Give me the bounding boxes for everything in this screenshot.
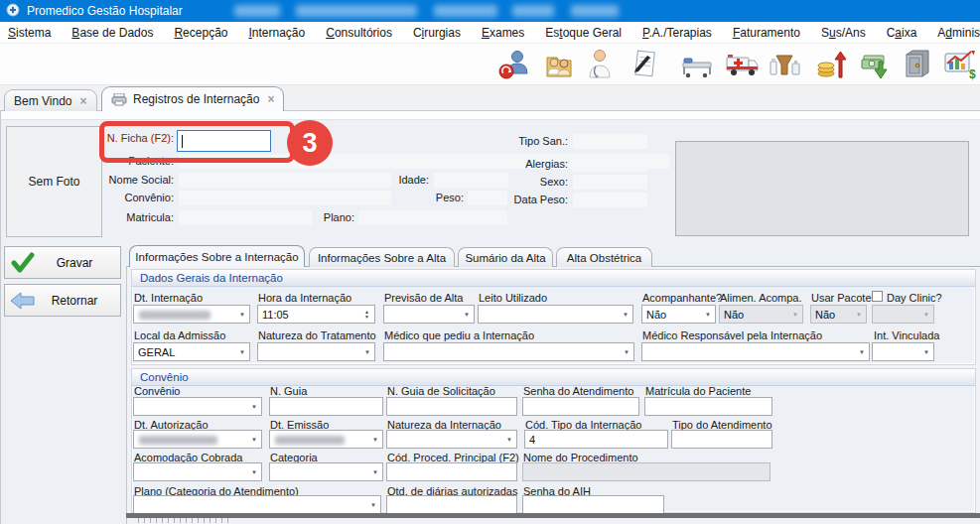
chevron-down-icon: ▼ [251,469,257,475]
menu-item-cirurgias[interactable]: Cirurgias [413,24,461,42]
dt-emissao-combobox[interactable]: ▼ [269,430,383,449]
menu-item-interna-o[interactable]: Internação [248,24,305,42]
plano-label: Plano: [278,211,354,223]
natureza-tratamento-combobox[interactable]: ▼ [257,342,375,361]
medico-pediu-combobox[interactable]: ▼ [383,342,634,361]
data-peso-label: Data Peso: [491,194,568,205]
group-convenio-title: Convênio [132,369,975,386]
chevron-down-icon: ▼ [239,349,245,355]
leito-label: Leito Utilizado [479,292,547,304]
convenio-combobox[interactable]: ▼ [133,397,262,416]
redacted-value [139,436,217,445]
menu-item-recep-o[interactable]: Recepção [174,24,227,42]
acomodacao-combobox[interactable]: ▼ [133,462,262,481]
categoria-combobox[interactable]: ▼ [269,462,383,481]
app-window: Promedico Gestão Hospitalar SistemaBase … [0,0,980,524]
close-icon[interactable]: × [267,93,274,105]
previsao-alta-combobox[interactable]: ▼ [383,305,475,324]
senha-aih-input[interactable] [522,495,664,514]
menu-item-caixa[interactable]: Caixa [887,24,917,42]
medico-responsavel-combobox[interactable]: ▼ [641,342,870,361]
hospital-bed-icon[interactable] [676,46,718,83]
matricula-paciente-input[interactable] [644,397,772,416]
stock-supplies-icon[interactable] [764,46,805,83]
int-vinculada-combobox[interactable]: ▼ [872,342,934,361]
nome-procedimento-input [522,462,770,481]
tab-alta-obst-trica[interactable]: Alta Obstétrica [556,247,652,267]
chevron-down-icon: ▼ [923,312,929,318]
user-sync-icon[interactable] [493,46,535,83]
cod-tipo-internacao-input[interactable]: 4 [524,430,668,449]
menu-item-administra-o[interactable]: Administração [937,24,980,42]
redacted-value [275,436,345,445]
step-badge: 3 [287,120,333,166]
save-button[interactable]: Gravar [4,246,121,279]
n-guia-solicitacao-input[interactable] [386,397,517,416]
tab-sum-rio-da-alta[interactable]: Sumário da Alta [458,247,553,267]
tab-informa-es-sobre-a-alta[interactable]: Informações Sobre a Alta [309,247,455,267]
market-analysis-icon[interactable]: $ [938,46,980,83]
observations-box [675,141,969,236]
page-top-strip [1,111,980,120]
document-sign-icon[interactable] [625,46,666,83]
menu-item-sistema[interactable]: Sistema [8,24,51,42]
dt-internacao-label: Dt. Internação [134,292,203,304]
menu-item-base-de-dados[interactable]: Base de Dados [71,24,153,42]
window-title: Promedico Gestão Hospitalar [27,4,183,18]
senha-atendimento-input[interactable] [522,397,639,416]
safe-icon[interactable] [896,46,937,83]
patients-folder-icon[interactable] [538,46,580,83]
document-tab-bem-vindo[interactable]: Bem Vindo× [4,89,97,111]
usar-pacote-label: Usar Pacote? [811,292,878,304]
chevron-down-icon: ▼ [705,312,711,318]
dt-autorizacao-combobox[interactable]: ▼ [133,430,262,449]
tab-informa-es-sobre-a-interna-o[interactable]: Informações Sobre a Internação [129,245,305,267]
ambulance-icon[interactable] [721,46,763,83]
menu-item-p-a-terapias[interactable]: P.A./Terapias [642,24,712,42]
n-guia-input[interactable] [269,397,383,416]
chevron-down-icon: ▼ [372,469,378,475]
dt-internacao-combobox[interactable]: ▼ [133,305,250,324]
hora-internacao-spinner[interactable]: 11:05▲▼ [257,305,375,324]
menu-item-sus-ans[interactable]: Sus/Ans [821,24,866,42]
hora-internacao-label: Hora da Internação [258,292,351,304]
back-button[interactable]: Retornar [4,284,121,317]
cod-proced-input[interactable] [386,462,517,481]
arrow-left-icon [5,292,41,310]
next-section-clipped-text [138,518,229,523]
leito-combobox[interactable]: ▼ [478,305,633,324]
spinner-arrows-icon[interactable]: ▲▼ [360,307,373,322]
day-clinic-combobox: ▼ [872,305,934,324]
menu-item-faturamento[interactable]: Faturamento [733,24,800,42]
local-admissao-combobox[interactable]: GERAL▼ [133,342,250,361]
n-guia-solicitacao-label: N. Guia de Solicitação [387,385,495,397]
sexo-label: Sexo: [491,176,568,188]
acompanhante-combobox[interactable]: Não▼ [641,305,716,324]
menu-item-exames[interactable]: Exames [482,24,524,42]
alergias-value [573,157,647,172]
convenio-field-label: Convênio [134,385,180,397]
doctor-icon[interactable] [580,46,622,83]
redacted-text [434,5,497,17]
convenio-label: Convênio: [84,192,174,203]
menu-item-estoque-geral[interactable]: Estoque Geral [545,24,622,42]
payout-down-icon[interactable] [853,46,895,83]
section-splitter[interactable] [126,513,980,518]
tipo-san-value [573,134,647,149]
toolbar: $ [0,44,980,85]
revenue-up-icon[interactable] [810,46,852,83]
menu-item-consult-rios[interactable]: Consultórios [326,24,392,42]
peso-label: Peso: [387,192,464,203]
idade-label: Idade: [352,174,429,186]
day-clinic-checkbox[interactable] [872,291,883,302]
plano-categoria-combobox[interactable]: ▼ [133,495,381,514]
tipo-atendimento-input[interactable] [671,430,772,449]
document-tab-registros-de-interna-o[interactable]: Registros de Internação× [101,86,284,111]
natureza-internacao-combobox[interactable]: ▼ [386,430,517,449]
convenio-value [179,191,391,205]
group-convenio: Convênio Convênio ▼ N. Guia N. Guia de S… [131,368,976,513]
redacted-text [571,5,619,17]
close-icon[interactable]: × [79,95,86,107]
chevron-down-icon: ▼ [792,312,798,318]
qtd-diarias-input[interactable] [386,495,517,514]
